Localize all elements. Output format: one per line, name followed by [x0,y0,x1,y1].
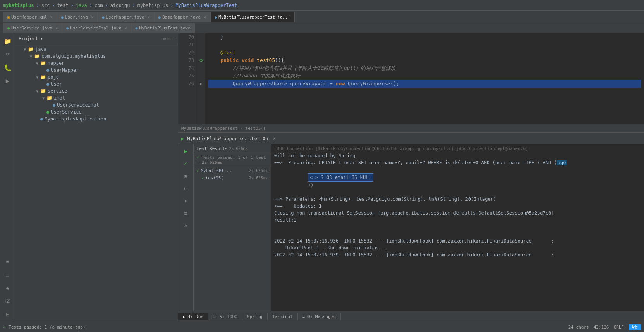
console-highlight-box: < > ? OR email IS NULL [308,173,373,182]
tree-item-userserviceimpl[interactable]: ● UserServiceImpl [15,101,178,108]
project-panel-title: Project [19,36,38,41]
tab-usermapperxml[interactable]: ▣ UserMapper.xml × [3,12,57,22]
tab-label-mybatisplustest: MyBatisPlusTest.java [139,26,191,31]
tab-terminal[interactable]: Terminal [268,313,298,320]
console-line-6: <== Updates: 1 [274,203,641,210]
tab-userserviceimpl[interactable]: ● UserServiceImpl.java × [62,23,131,33]
tree-item-usermapper[interactable]: ● UserMapper [15,67,178,74]
code-editor: 70 71 72 73 74 75 76 ⟳ ▶ } [178,33,644,124]
tree-arrow-com-atguigu: ▼ [28,54,34,58]
gutter-icon-debug[interactable]: 🐛 [2,61,14,74]
gutter-markers: ⟳ ▶ [197,33,205,124]
console-panel[interactable]: JDBC Connection [HikariProxyConnection@6… [271,144,644,311]
tab-run[interactable]: ▶ 4: Run [178,313,208,320]
run-play-btn[interactable]: ▶ [180,146,191,157]
tree-item-com-atguigu[interactable]: ▼ 📁 com.atguigu.mybatisplus [15,53,178,60]
tree-item-userservice[interactable]: ● UserService [15,108,178,115]
console-line-8: result:1 [274,217,641,224]
path-atguigu: atguigu [110,3,130,8]
tab-userjava[interactable]: ● User.java × [57,12,98,22]
gutter-icon-layers[interactable]: ≡ [2,268,14,281]
char-count: 24 chars [568,325,589,330]
test-item-label-test05: test05( [206,175,223,181]
code-var-querywrapper: queryWrapper = [290,80,335,88]
test-pass-check-1: ✓ [197,168,199,173]
test-item-test05[interactable]: ✓ test05( 2s 626ms [194,174,271,182]
lang-button[interactable]: A文 [629,324,641,330]
console-line-11: 2022-02-14 15:07:16.936 INFO 15532 --- [… [274,237,641,244]
tab-mybatispluswrappertest[interactable]: ● MyBatisPlusWrapperTest.ja... [210,12,294,22]
tree-label-userserviceimpl: UserServiceImpl [57,102,99,108]
file-icon-userservice: ● [46,109,49,115]
gutter-icon-run[interactable]: ▶ [2,74,14,87]
code-content[interactable]: } @Test public void test05 (){ [205,33,644,124]
tree-item-service[interactable]: ▼ 📁 service [15,88,178,95]
tree-item-mapper[interactable]: ▼ 📁 mapper [15,60,178,67]
code-text-70: } [208,33,223,41]
run-menu-btn[interactable]: ≡ [180,208,191,218]
file-icon-userserviceimpl: ● [53,102,55,108]
console-line-10 [274,231,641,237]
project-minimize-icon[interactable]: — [172,36,175,41]
tab-close-userjava[interactable]: × [91,15,93,19]
tree-item-mybatisplusapp[interactable]: ● MybatisplusApplication [15,115,178,122]
tree-item-user[interactable]: ● User [15,81,178,88]
run-sort-btn[interactable]: ↓↑ [180,183,191,194]
tab-userservice[interactable]: ● UserService.java × [3,23,62,33]
folder-icon-java: 📁 [28,46,34,52]
tab-close-usermapperxml[interactable]: × [50,15,53,19]
code-comment-75: //lambda 中的条件优先执行 [208,72,300,80]
run-close-btn[interactable]: × [273,136,276,141]
folder-icon-service: 📁 [40,88,46,94]
run-header: ▶ MyBatisPlusWrapperTest.test05 × [178,133,644,144]
tab-spring[interactable]: Spring [242,313,268,320]
tab-basemapper[interactable]: ● BaseMapper.java × [154,12,210,22]
tab-icon-xml: ▣ [7,15,10,19]
project-dropdown-icon[interactable]: ▾ [41,37,43,41]
project-panel-header: Project ▾ ⊕ ⚙ — [15,33,178,44]
test-item-mybatispl[interactable]: ✓ MyBatisPl... 2s 626ms [194,167,271,174]
app-logo: mybatisplus [3,3,34,8]
tab-close-userserviceimpl[interactable]: × [125,26,127,30]
tab-icon-mybatispluswrappertest: ● [215,15,217,19]
code-text-76d: <>(); [384,80,399,88]
run-stop-btn[interactable]: ◉ [180,170,191,181]
tab-label-userjava: User.java [65,15,88,20]
bottom-run-tabs: ▶ 4: Run ☰ 6: TODO Spring Terminal ≡ 0: … [178,311,644,322]
code-line-75: //lambda 中的条件优先执行 [208,72,641,80]
tab-mybatisplustest[interactable]: ● MyBatisPlusTest.java [131,23,195,33]
status-check-icon: ✓ [3,325,5,329]
tree-item-impl[interactable]: ▼ 📁 impl [15,95,178,101]
project-panel-actions: ⊕ ⚙ — [163,36,175,41]
project-panel: Project ▾ ⊕ ⚙ — ▼ 📁 java ▼ 📁 com.a [15,33,178,322]
tab-close-userservice[interactable]: × [55,26,58,30]
path-test: test [57,3,69,8]
project-panel-title-area: Project ▾ [19,36,43,41]
tab-todo[interactable]: ☰ 6: TODO [208,313,242,320]
tab-usermapperjava[interactable]: ● UserMapper.java × [98,12,154,22]
gutter-icon-structure[interactable]: ⊞ [2,255,14,268]
code-line-72: @Test [208,49,641,57]
gutter-icon-commit[interactable]: ⟳ [2,48,14,60]
run-more-btn[interactable]: » [180,220,191,231]
tab-messages[interactable]: ≡ 0: Messages [298,313,341,320]
status-text: Tests passed: 1 (a minute ago) [9,325,86,330]
project-sync-icon[interactable]: ⊕ [163,36,166,41]
gutter-icon-star[interactable]: ★ [2,282,14,294]
run-expand-btn[interactable]: ↕ [180,195,191,206]
gutter-icon-terminal[interactable]: ⊟ [2,308,14,320]
line-ending: CRLF [613,325,624,330]
tab-close-basemapper[interactable]: × [204,15,206,19]
breadcrumb-text: MyBatisPlusWrapperTest › test05() [181,126,266,131]
tree-label-service: service [48,88,67,94]
project-settings-icon[interactable]: ⚙ [168,36,170,41]
code-comment-74: //将用户名中包含有a并且（年龄大于20或邮箱为null）的用户信息修改 [208,64,396,72]
console-line-12: HikariPool-1 - Shutdown initiated... [274,244,641,251]
gutter-icon-2[interactable]: ② [2,295,14,307]
run-pass-btn[interactable]: ✓ [180,158,191,169]
gutter-icon-folder[interactable]: 📁 [2,35,14,47]
tree-item-java[interactable]: ▼ 📁 java [15,46,178,53]
bottom-bar-right: 24 chars 43:126 CRLF A文 [568,324,641,330]
tree-item-pojo[interactable]: ▼ 📁 pojo [15,74,178,81]
tab-close-usermapperjava[interactable]: × [148,15,150,19]
